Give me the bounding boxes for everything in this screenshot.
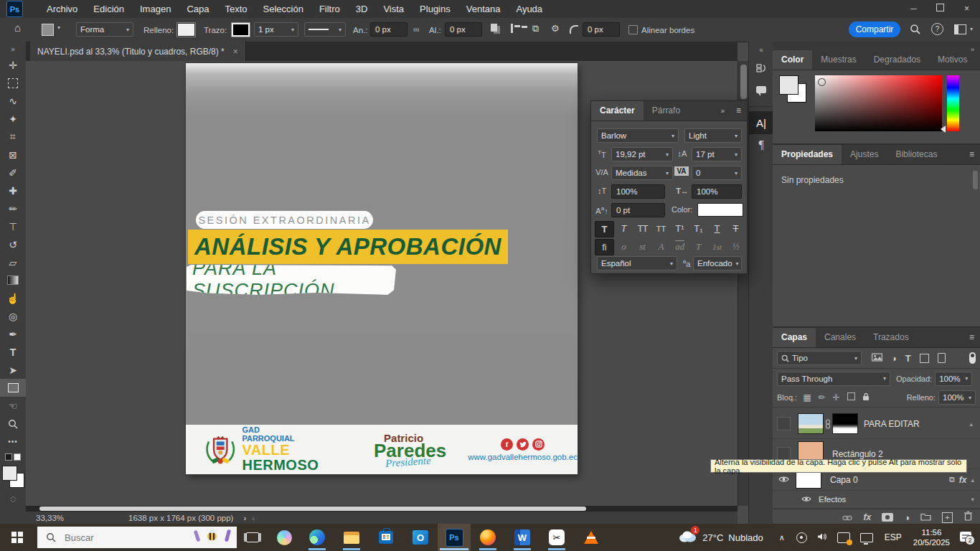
language-indicator[interactable]: ESP — [885, 532, 902, 542]
teams-meet-icon[interactable] — [796, 532, 807, 543]
subscript-button[interactable]: T₁ — [689, 221, 707, 236]
opacity-select[interactable]: 100%▾ — [935, 372, 972, 386]
stroke-width-select[interactable]: 1 px▾ — [254, 22, 298, 37]
menu-capa[interactable]: Capa — [179, 0, 217, 18]
tab-degradados[interactable]: Degradados — [865, 50, 929, 70]
tool-mode-select[interactable]: Forma▾ — [76, 22, 133, 37]
shape-settings-gear-icon[interactable]: ⚙ — [551, 23, 560, 34]
tool-eraser[interactable]: ▱ — [0, 253, 26, 271]
tool-crop[interactable]: ⌗ — [0, 128, 26, 146]
microsoft-store-button[interactable] — [369, 524, 403, 551]
align-edges-checkbox[interactable] — [628, 25, 638, 34]
lock-transparency-icon[interactable]: ▦ — [803, 392, 811, 402]
tab-muestras[interactable]: Muestras — [812, 50, 864, 70]
share-button[interactable]: Compartir — [849, 22, 900, 37]
history-panel-icon[interactable] — [749, 57, 773, 79]
weather-temp[interactable]: 27°C — [702, 532, 723, 543]
help-icon[interactable]: ? — [931, 23, 943, 35]
layer-name[interactable]: PARA EDITAR — [864, 419, 920, 429]
home-icon[interactable]: ⌂ — [14, 22, 21, 34]
hue-slider-arrow-icon[interactable] — [941, 126, 946, 133]
weather-condition[interactable]: Nublado — [728, 532, 763, 543]
tool-smudge[interactable]: ☝ — [0, 289, 26, 307]
tab-color[interactable]: Color — [773, 50, 812, 70]
snipping-share-icon[interactable] — [837, 532, 850, 543]
menu-3d[interactable]: 3D — [348, 0, 376, 18]
layer-row-efectos[interactable]: Efectos ▾ — [773, 491, 980, 509]
menu-vista[interactable]: Vista — [375, 0, 412, 18]
vertical-scroll-thumb[interactable] — [740, 65, 747, 99]
vlc-button[interactable] — [574, 524, 608, 551]
firefox-button[interactable] — [471, 524, 505, 551]
capcut-button[interactable]: ✂ — [540, 524, 574, 551]
layer-filter-toggle[interactable] — [969, 352, 976, 364]
shape-height-field[interactable]: 0 px — [445, 22, 482, 37]
tool-edit-toolbar-ellipsis-icon[interactable]: ••• — [0, 433, 26, 451]
effects-label[interactable]: Efectos — [819, 495, 846, 504]
tool-hand[interactable]: ☜ — [0, 397, 26, 415]
notification-center-icon[interactable]: 2 — [960, 532, 973, 543]
layer-mask-thumbnail[interactable] — [832, 413, 858, 434]
close-icon[interactable]: × — [953, 0, 980, 18]
strikethrough-button[interactable]: T — [727, 221, 745, 236]
tool-history-brush[interactable]: ↺ — [0, 235, 26, 253]
properties-scroll-thumb[interactable] — [973, 171, 978, 189]
tool-healing-brush[interactable]: ✚ — [0, 182, 26, 199]
small-caps-button[interactable]: TT — [652, 221, 670, 236]
character-panel-menu-icon[interactable]: ≡ — [730, 101, 747, 121]
filter-smart-objects-icon[interactable] — [938, 353, 946, 363]
superscript-button[interactable]: T¹ — [671, 221, 689, 236]
tool-path-selection[interactable]: ➤ — [0, 361, 26, 379]
tool-pen[interactable]: ✒ — [0, 325, 26, 343]
tool-preset-icon[interactable] — [42, 24, 54, 36]
add-adjustment-layer-icon[interactable]: ◑ — [904, 512, 910, 523]
stroke-swatch[interactable] — [231, 22, 250, 37]
tab-canales[interactable]: Canales — [816, 328, 864, 347]
faux-bold-button[interactable]: T — [595, 221, 614, 237]
add-layer-style-icon[interactable]: fx — [863, 512, 871, 522]
vertical-scale-field[interactable]: 100% — [611, 184, 665, 199]
layer-mask-link-icon[interactable] — [825, 419, 831, 429]
minimize-icon[interactable]: ─ — [900, 0, 927, 18]
taskbar-search[interactable] — [37, 527, 237, 548]
workspace-chevron-icon[interactable]: ▾ — [970, 26, 973, 32]
layers-panel-menu-icon[interactable]: ≡ — [963, 328, 980, 347]
leading-select[interactable]: 17 pt▾ — [692, 147, 742, 161]
tab-capas[interactable]: Capas — [773, 328, 816, 347]
tool-gradient[interactable] — [0, 271, 26, 289]
corner-radius-field[interactable]: 0 px — [583, 22, 620, 37]
language-select[interactable]: Español▾ — [597, 256, 677, 270]
layer-name[interactable]: Capa 0 — [830, 475, 858, 485]
tool-rectangle[interactable] — [0, 379, 26, 397]
tool-clone-stamp[interactable]: ⊤ — [0, 217, 26, 235]
dock-collapse-icon[interactable]: « — [749, 42, 773, 57]
effects-visibility-eye-icon[interactable] — [801, 494, 811, 504]
layer-group-collapse-icon[interactable]: ▴ — [969, 420, 973, 428]
faux-italic-button[interactable]: T — [615, 221, 633, 236]
filter-adjustment-layers-icon[interactable]: ◑ — [891, 353, 897, 364]
layer-thumbnail[interactable] — [798, 413, 824, 434]
stylistic-alternates-button[interactable]: ad — [671, 239, 689, 254]
task-view-button[interactable] — [237, 524, 268, 551]
stroke-style-select[interactable]: ▾ — [304, 22, 346, 37]
layer-effects-collapse-icon[interactable]: ▴ — [971, 476, 974, 484]
tab-propiedades[interactable]: Propiedades — [773, 145, 842, 164]
titling-alternates-button[interactable]: T — [689, 239, 707, 254]
properties-panel-menu-icon[interactable]: ≡ — [963, 145, 980, 164]
filter-shape-layers-icon[interactable] — [920, 354, 929, 363]
tab-close-icon[interactable]: × — [233, 47, 238, 57]
word-button[interactable]: W — [505, 524, 540, 551]
tool-dodge[interactable]: ◎ — [0, 307, 26, 325]
antialias-select[interactable]: Enfocado▾ — [693, 256, 742, 270]
menu-texto[interactable]: Texto — [217, 0, 255, 18]
underline-button[interactable]: T — [708, 221, 726, 236]
foreground-background-swatches[interactable] — [0, 463, 26, 489]
font-style-select[interactable]: Light▾ — [684, 128, 742, 143]
status-arrow-icon[interactable]: › — [243, 514, 246, 522]
copilot-button[interactable] — [268, 524, 300, 551]
toolbox-collapse-icon[interactable]: » — [0, 42, 26, 56]
discretionary-ligatures-button[interactable]: st — [633, 239, 651, 254]
comments-panel-icon[interactable] — [749, 79, 773, 100]
tool-frame[interactable]: ⊠ — [0, 146, 26, 164]
font-size-select[interactable]: 19,92 pt▾ — [611, 147, 673, 161]
